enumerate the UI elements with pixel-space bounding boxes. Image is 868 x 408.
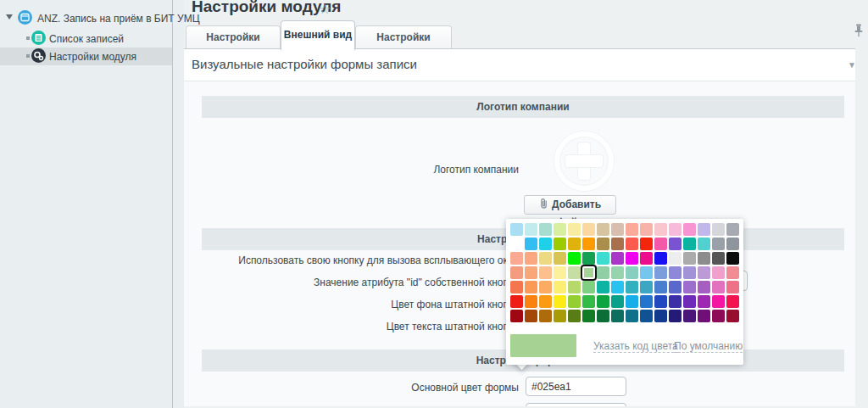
color-swatch[interactable] (669, 238, 682, 250)
color-swatch[interactable] (510, 295, 523, 308)
color-swatch[interactable] (510, 310, 523, 322)
color-swatch[interactable] (712, 295, 725, 308)
color-swatch[interactable] (611, 252, 624, 265)
color-swatch[interactable] (640, 266, 653, 279)
color-swatch[interactable] (510, 252, 523, 265)
color-swatch[interactable] (597, 310, 609, 322)
color-swatch[interactable] (726, 223, 739, 236)
color-swatch[interactable] (726, 281, 739, 293)
color-swatch[interactable] (698, 238, 710, 250)
chevron-down-icon[interactable]: ▼ (848, 60, 855, 70)
color-swatch[interactable] (726, 295, 739, 308)
color-swatch[interactable] (726, 252, 739, 265)
color-swatch[interactable] (568, 223, 581, 236)
color-swatch[interactable] (582, 252, 595, 265)
color-swatch[interactable] (611, 238, 624, 250)
color-swatch[interactable] (683, 266, 696, 279)
pin-icon[interactable] (854, 24, 864, 41)
tab-appearance[interactable]: Внешний вид (281, 20, 355, 50)
color-swatch[interactable] (582, 223, 595, 236)
color-swatch[interactable] (554, 281, 566, 293)
color-swatch[interactable] (568, 281, 581, 293)
add-file-button[interactable]: Добавить файл (524, 195, 616, 215)
color-swatch[interactable] (568, 238, 581, 250)
color-swatch[interactable] (597, 238, 609, 250)
color-swatch[interactable] (698, 281, 710, 293)
color-swatch[interactable] (683, 238, 696, 250)
color-swatch[interactable] (654, 223, 667, 236)
color-swatch[interactable] (539, 295, 552, 308)
color-swatch[interactable] (669, 266, 682, 279)
color-swatch[interactable] (597, 266, 609, 279)
color-swatch[interactable] (669, 310, 682, 322)
color-swatch[interactable] (626, 223, 638, 236)
color-swatch[interactable] (568, 310, 581, 322)
color-swatch[interactable] (626, 252, 638, 265)
color-swatch[interactable] (539, 238, 552, 250)
color-swatch[interactable] (525, 281, 537, 293)
color-swatch[interactable] (654, 310, 667, 322)
color-swatch[interactable] (539, 223, 552, 236)
color-swatch[interactable] (582, 295, 595, 308)
tab-module-settings[interactable]: Настройки модуля (186, 25, 281, 49)
color-swatch[interactable] (654, 238, 667, 250)
color-swatch[interactable] (669, 281, 682, 293)
color-swatch[interactable] (539, 252, 552, 265)
color-swatch[interactable] (726, 310, 739, 322)
sidebar-item-root[interactable]: ANZ. Запись на приём в БИТ УМЦ (37, 13, 200, 25)
color-swatch[interactable] (510, 266, 523, 279)
color-swatch[interactable] (683, 223, 696, 236)
color-swatch[interactable] (510, 238, 523, 250)
color-swatch[interactable] (712, 252, 725, 265)
next-color-input-partial[interactable] (526, 403, 626, 406)
color-swatch[interactable] (640, 281, 653, 293)
color-swatch[interactable] (626, 238, 638, 250)
color-swatch[interactable] (626, 266, 638, 279)
color-swatch[interactable] (654, 281, 667, 293)
color-swatch[interactable] (597, 295, 609, 308)
color-swatch[interactable] (698, 295, 710, 308)
color-swatch[interactable] (611, 223, 624, 236)
color-swatch[interactable] (597, 252, 609, 265)
default-color-link[interactable]: По умолчанию (674, 340, 743, 353)
color-swatch[interactable] (611, 266, 624, 279)
color-swatch[interactable] (554, 266, 566, 279)
color-swatch[interactable] (669, 223, 682, 236)
tree-expander-icon[interactable] (6, 14, 13, 20)
color-swatch[interactable] (539, 281, 552, 293)
color-swatch[interactable] (683, 310, 696, 322)
color-swatch[interactable] (640, 295, 653, 308)
color-swatch[interactable] (712, 238, 725, 250)
color-swatch[interactable] (554, 310, 566, 322)
color-swatch[interactable] (539, 310, 552, 322)
color-swatch[interactable] (611, 295, 624, 308)
color-swatch[interactable] (640, 223, 653, 236)
color-swatch[interactable] (525, 310, 537, 322)
sidebar-item-records-list[interactable]: Список записей (49, 33, 124, 45)
color-swatch[interactable] (654, 252, 667, 265)
color-swatch[interactable] (582, 281, 595, 293)
color-swatch[interactable] (698, 223, 710, 236)
main-form-color-input[interactable] (526, 377, 626, 396)
color-swatch[interactable] (669, 295, 682, 308)
color-swatch[interactable] (611, 310, 624, 322)
color-swatch[interactable] (712, 281, 725, 293)
color-swatch[interactable] (582, 266, 595, 279)
color-swatch[interactable] (626, 295, 638, 308)
color-swatch[interactable] (712, 310, 725, 322)
color-swatch[interactable] (726, 266, 739, 279)
color-swatch[interactable] (683, 252, 696, 265)
color-swatch[interactable] (525, 266, 537, 279)
color-swatch[interactable] (712, 266, 725, 279)
color-swatch[interactable] (568, 252, 581, 265)
color-swatch[interactable] (525, 295, 537, 308)
color-swatch[interactable] (698, 310, 710, 322)
color-swatch[interactable] (597, 281, 609, 293)
color-swatch[interactable] (654, 266, 667, 279)
color-swatch[interactable] (726, 238, 739, 250)
color-swatch[interactable] (626, 310, 638, 322)
color-swatch[interactable] (669, 252, 682, 265)
color-swatch[interactable] (712, 223, 725, 236)
color-swatch[interactable] (654, 295, 667, 308)
color-swatch[interactable] (525, 252, 537, 265)
